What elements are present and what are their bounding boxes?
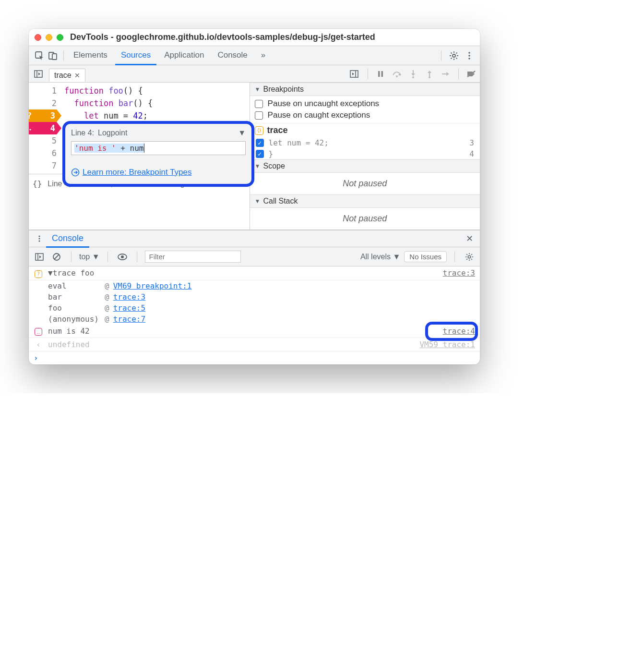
drawer-tab-console[interactable]: Console — [46, 230, 89, 248]
breakpoint-item[interactable]: ✓let num = 42;3 — [250, 137, 480, 148]
debugger-sidebar: ▼ Breakpoints Pause on uncaught exceptio… — [250, 83, 480, 230]
breakpoint-group[interactable]: ⟨⟩ trace — [250, 123, 480, 137]
tab-more[interactable]: » — [255, 47, 271, 65]
gutter-line[interactable]: 6 — [29, 147, 57, 159]
minimize-window-icon[interactable] — [46, 34, 52, 41]
gutter-line[interactable]: 5 — [29, 134, 57, 147]
close-drawer-icon[interactable]: ✕ — [463, 232, 476, 245]
svg-point-4 — [468, 52, 470, 54]
inspect-icon[interactable] — [33, 49, 46, 62]
kebab-menu-icon[interactable] — [33, 232, 46, 245]
source-link[interactable]: trace:3 — [443, 268, 475, 278]
chevron-down-icon: ▼ — [238, 129, 246, 137]
log-levels-select[interactable]: All levels ▼ — [360, 253, 400, 261]
pause-uncaught-option[interactable]: Pause on uncaught exceptions — [250, 98, 480, 109]
console-row[interactable]: ‹undefinedVM59 trace:1 — [29, 338, 480, 351]
step-out-icon[interactable] — [424, 68, 435, 80]
stack-frame[interactable]: (anonymous)@trace:7 — [48, 314, 480, 325]
live-expression-icon[interactable] — [116, 250, 129, 264]
step-icon[interactable] — [440, 68, 452, 80]
editor-pane: 1234567 function foo() { function bar() … — [29, 83, 250, 230]
code-line[interactable]: function foo() { — [64, 85, 153, 97]
stack-frame[interactable]: bar@trace:3 — [48, 291, 480, 302]
popover-line-label: Line 4: — [71, 129, 94, 137]
svg-point-15 — [412, 76, 414, 78]
checkbox-icon[interactable] — [255, 100, 263, 108]
clear-console-icon[interactable] — [50, 250, 63, 264]
svg-rect-12 — [382, 71, 383, 77]
return-arrow-icon: ‹ — [36, 340, 41, 349]
triangle-down-icon: ▼ — [255, 163, 261, 169]
stack-frame[interactable]: foo@trace:5 — [48, 302, 480, 314]
scope-not-paused: Not paused — [250, 173, 480, 194]
gutter-line[interactable]: 1 — [29, 85, 57, 97]
code-line[interactable]: let num = 42; — [64, 109, 153, 122]
scope-section-header[interactable]: ▼ Scope — [250, 159, 480, 173]
checkbox-icon[interactable] — [255, 111, 263, 120]
gutter-line[interactable]: 2 — [29, 97, 57, 109]
svg-point-24 — [38, 240, 40, 242]
svg-point-3 — [453, 54, 455, 57]
context-selector[interactable]: top ▼ — [79, 253, 100, 261]
console-sidebar-toggle-icon[interactable] — [33, 250, 46, 264]
step-into-icon[interactable] — [407, 68, 419, 80]
console-prompt[interactable]: › — [29, 351, 480, 364]
tab-sources[interactable]: Sources — [115, 47, 156, 65]
device-toggle-icon[interactable] — [46, 49, 60, 62]
logpoint-badge-icon: ‥ — [35, 328, 42, 336]
tab-console[interactable]: Console — [212, 47, 253, 65]
issues-button[interactable]: No Issues — [404, 251, 447, 262]
learn-more-link[interactable]: Learn more: Breakpoint Types — [83, 168, 191, 177]
svg-point-30 — [121, 255, 124, 258]
breakpoint-item[interactable]: ✓}4 — [250, 148, 480, 159]
step-over-icon[interactable] — [391, 68, 403, 80]
callstack-section-header[interactable]: ▼ Call Stack — [250, 194, 480, 208]
source-link[interactable]: VM59 trace:1 — [419, 340, 475, 349]
gutter-line[interactable]: 3 — [29, 109, 57, 122]
triangle-down-icon: ▼ — [255, 86, 261, 93]
main-toolbar: Elements Sources Application Console » — [29, 46, 480, 65]
pause-icon[interactable] — [375, 68, 386, 80]
navigator-toggle-icon[interactable] — [32, 67, 45, 81]
svg-point-31 — [468, 255, 470, 258]
console-filter-input[interactable] — [145, 251, 241, 263]
file-tab-trace[interactable]: trace ✕ — [49, 69, 85, 82]
drawer-tabs: Console ✕ — [29, 230, 480, 247]
svg-point-17 — [429, 76, 430, 78]
kebab-menu-icon[interactable] — [463, 49, 476, 62]
svg-point-22 — [38, 235, 40, 237]
highlight-ring — [425, 322, 478, 341]
close-tab-icon[interactable]: ✕ — [74, 72, 80, 79]
debugger-toggle-icon[interactable] — [347, 67, 361, 81]
svg-rect-2 — [52, 54, 57, 60]
console-settings-icon[interactable] — [463, 250, 476, 264]
panel-tabs: Elements Sources Application Console » — [68, 47, 271, 65]
svg-point-23 — [38, 238, 40, 239]
deactivate-breakpoints-icon[interactable] — [465, 68, 477, 80]
settings-icon[interactable] — [447, 49, 461, 62]
tab-application[interactable]: Application — [158, 47, 210, 65]
checkbox-icon[interactable]: ✓ — [256, 139, 264, 147]
checkbox-icon[interactable]: ✓ — [256, 150, 264, 158]
pretty-print-icon[interactable]: {} — [33, 179, 42, 188]
gutter-line[interactable]: 4 — [29, 122, 57, 134]
console-row[interactable]: ‥num is 42trace:4 — [29, 325, 480, 339]
pause-caught-option[interactable]: Pause on caught exceptions — [250, 109, 480, 121]
svg-rect-11 — [378, 71, 380, 77]
svg-point-5 — [468, 55, 470, 57]
svg-point-13 — [396, 75, 398, 77]
logpoint-expression-input[interactable]: 'num is ' + num​ — [71, 141, 246, 155]
console-row[interactable]: ?▼trace footrace:3 — [29, 266, 480, 280]
gutter-line[interactable]: 7 — [29, 159, 57, 172]
window-title: DevTools - googlechrome.github.io/devtoo… — [70, 32, 375, 42]
titlebar: DevTools - googlechrome.github.io/devtoo… — [29, 29, 480, 46]
tab-elements[interactable]: Elements — [68, 47, 113, 65]
code-line[interactable]: function bar() { — [64, 97, 153, 109]
svg-point-6 — [468, 58, 470, 60]
breakpoints-section-header[interactable]: ▼ Breakpoints — [250, 83, 480, 96]
stack-frame[interactable]: eval@VM69 breakpoint:1 — [48, 280, 480, 291]
breakpoint-type-select[interactable]: Logpoint ▼ — [98, 129, 246, 137]
triangle-down-icon: ▼ — [255, 198, 261, 205]
close-window-icon[interactable] — [35, 34, 41, 41]
zoom-window-icon[interactable] — [57, 34, 63, 41]
